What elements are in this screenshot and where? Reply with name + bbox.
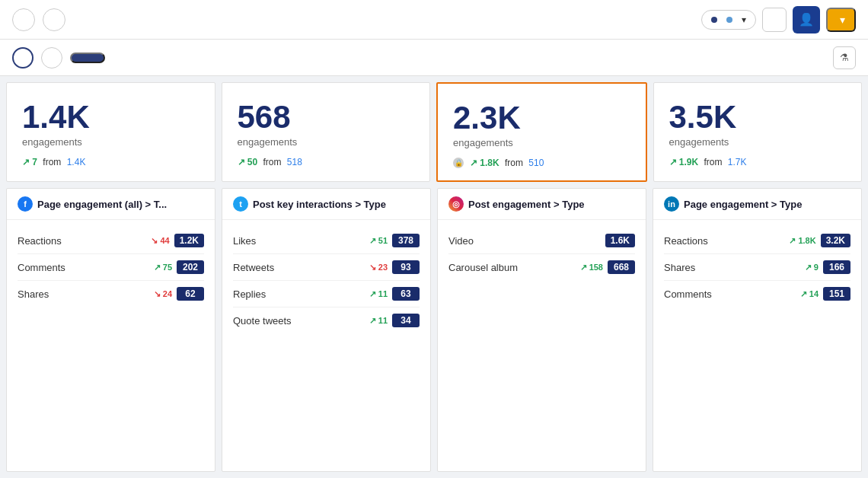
metric-change-1-1: ↘ 23 [369, 263, 388, 272]
metric-value-0-1: 202 [177, 260, 204, 274]
platform-icon-0: f [18, 196, 33, 212]
metric-row-3-1: Shares ↗ 9 166 [664, 254, 850, 281]
date-range-button[interactable]: ▾ [701, 10, 756, 30]
metric-row-0-0: Reactions ↘ 44 1.2K [18, 228, 204, 254]
toolbar: ⚗ [0, 40, 868, 76]
detail-body-3: Reactions ↗ 1.8K 3.2K Shares ↗ 9 166 Com… [653, 220, 861, 471]
detail-header-0: f Page engagement (all) > T... [7, 189, 215, 220]
metric-change-2-1: ↗ 158 [580, 263, 603, 272]
more-button[interactable] [762, 8, 787, 32]
metric-change-3-2: ↗ 14 [800, 289, 819, 299]
stat-value-2: 2.3K [453, 102, 521, 134]
stat-label-1: engagements [238, 136, 298, 148]
detail-card-3: in Page engagement > Type Reactions ↗ 1.… [653, 188, 862, 472]
metric-value-2-0: 1.6K [605, 234, 635, 247]
header-left [12, 8, 692, 31]
metric-change-1-0: ↗ 51 [369, 236, 388, 246]
change-from-1: from [260, 157, 281, 167]
metric-row-2-1: Carousel album ↗ 158 668 [448, 254, 635, 280]
add-button[interactable] [12, 47, 34, 69]
metric-change-1-2: ↗ 11 [369, 289, 388, 299]
change-arrow-2: ↗ 1.8K [470, 158, 499, 168]
metric-change-3-1: ↗ 9 [805, 263, 819, 272]
stat-card-1[interactable]: 568 engagements ↗ 50 from 518 [222, 82, 431, 182]
metric-value-1-1: 93 [392, 260, 420, 274]
stat-change-3: ↗ 1.9K from 1.7K [669, 157, 747, 167]
stat-card-3[interactable]: 3.5K engagements ↗ 1.9K from 1.7K [653, 82, 863, 182]
main-content: 1.4K engagements ↗ 7 from 1.4K 568 engag… [0, 76, 868, 478]
change-arrow-3: ↗ 1.9K [669, 157, 699, 167]
metric-row-2-0: Video 1.6K [448, 228, 635, 254]
detail-title-1: Post key interactions > Type [253, 199, 386, 210]
platform-icon-2: ◎ [448, 196, 464, 212]
change-from-0: from [40, 157, 61, 167]
metric-change-0-1: ↗ 75 [154, 263, 172, 272]
detail-card-2: ◎ Post engagement > Type Video 1.6K Caro… [437, 188, 646, 472]
detail-title-2: Post engagement > Type [468, 199, 585, 210]
detail-card-0: f Page engagement (all) > T... Reactions… [6, 188, 215, 472]
metric-row-3-0: Reactions ↗ 1.8K 3.2K [664, 228, 850, 254]
stat-card-0[interactable]: 1.4K engagements ↗ 7 from 1.4K [6, 82, 215, 182]
detail-card-1: t Post key interactions > Type Likes ↗ 5… [222, 188, 431, 472]
metric-name-1-1: Retweets [233, 262, 369, 273]
metric-value-1-0: 378 [392, 234, 420, 247]
change-ref-3: 1.7K [726, 157, 747, 167]
detail-body-2: Video 1.6K Carousel album ↗ 158 668 [438, 220, 646, 471]
metric-value-2-1: 668 [608, 260, 635, 274]
lock-icon: 🔒 [453, 158, 464, 168]
stat-label-3: engagements [669, 136, 729, 148]
filter-icon: ⚗ [840, 52, 849, 63]
metric-value-0-2: 62 [177, 287, 204, 301]
chevron-down-icon: ▾ [742, 14, 746, 25]
header-right: ▾ 👤 ▾ [701, 6, 856, 33]
stat-value-3: 3.5K [669, 101, 737, 133]
metric-value-3-1: 166 [823, 260, 850, 274]
download-chevron: ▾ [840, 14, 845, 26]
user-button[interactable]: 👤 [793, 6, 820, 33]
social-accounts-button[interactable] [70, 53, 105, 63]
stat-change-1: ↗ 50 from 518 [238, 157, 302, 167]
metric-row-0-2: Shares ↘ 24 62 [18, 281, 204, 307]
metric-name-0-1: Comments [18, 262, 154, 273]
metric-row-0-1: Comments ↗ 75 202 [18, 254, 204, 281]
metric-row-1-1: Retweets ↘ 23 93 [233, 254, 420, 281]
metric-change-3-0: ↗ 1.8K [789, 236, 815, 246]
change-ref-2: 510 [526, 158, 544, 168]
metric-change-1-3: ↗ 11 [369, 316, 388, 326]
metric-name-0-2: Shares [18, 288, 154, 300]
metric-name-2-0: Video [448, 235, 605, 247]
stat-label-0: engagements [22, 136, 82, 148]
platform-icon-1: t [233, 196, 248, 212]
edit-button[interactable] [43, 8, 65, 31]
metric-name-3-1: Shares [664, 262, 805, 273]
metric-row-1-3: Quote tweets ↗ 11 34 [233, 308, 420, 333]
change-from-2: from [503, 158, 523, 168]
change-arrow-0: ↗ 7 [22, 157, 37, 167]
stat-change-2: 🔒 ↗ 1.8K from 510 [453, 158, 544, 168]
back-button[interactable] [12, 8, 35, 31]
change-arrow-1: ↗ 50 [238, 157, 258, 167]
filter-button[interactable]: ⚗ [833, 46, 856, 69]
metric-row-1-2: Replies ↗ 11 63 [233, 281, 420, 308]
detail-row: f Page engagement (all) > T... Reactions… [6, 188, 862, 472]
metric-row-1-0: Likes ↗ 51 378 [233, 228, 420, 254]
metric-name-2-1: Carousel album [448, 262, 580, 273]
metric-value-0-0: 1.2K [174, 234, 204, 247]
metric-change-0-2: ↘ 24 [154, 289, 172, 299]
chat-button[interactable] [41, 47, 62, 69]
stat-value-0: 1.4K [22, 101, 90, 133]
detail-title-0: Page engagement (all) > T... [37, 199, 167, 210]
change-ref-0: 1.4K [64, 157, 85, 167]
stat-label-2: engagements [453, 137, 513, 148]
download-button[interactable]: ▾ [826, 8, 856, 32]
metric-row-3-2: Comments ↗ 14 151 [664, 281, 850, 307]
metric-name-0-0: Reactions [18, 235, 151, 247]
stat-card-2[interactable]: 2.3K engagements 🔒 ↗ 1.8K from 510 [436, 82, 647, 182]
change-from-3: from [701, 157, 722, 167]
stat-value-1: 568 [238, 101, 291, 133]
stat-change-0: ↗ 7 from 1.4K [22, 157, 85, 167]
detail-body-1: Likes ↗ 51 378 Retweets ↘ 23 93 Replies … [222, 220, 430, 471]
metric-value-1-2: 63 [392, 287, 420, 301]
metric-name-1-2: Replies [233, 288, 369, 300]
detail-header-3: in Page engagement > Type [653, 189, 861, 220]
